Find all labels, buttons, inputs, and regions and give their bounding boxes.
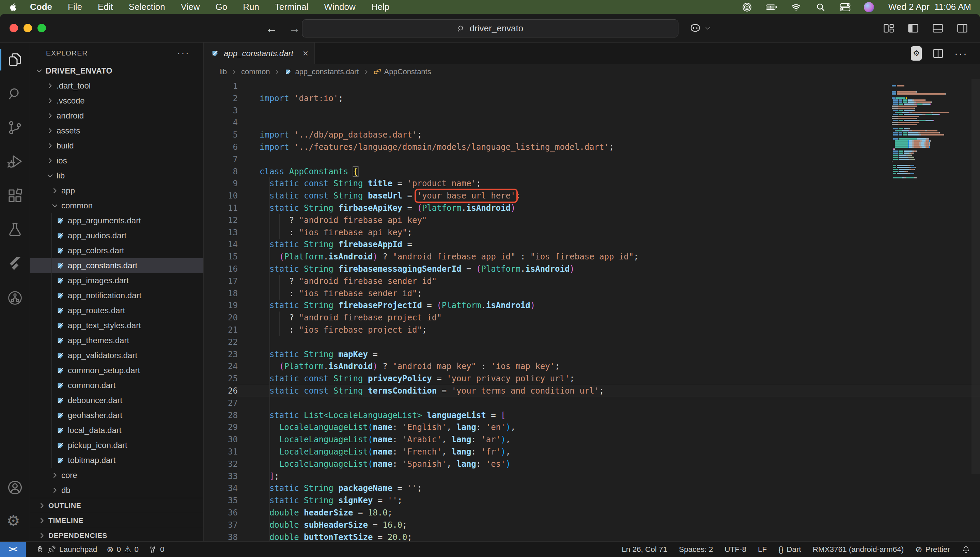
tree-item-geohasher.dart[interactable]: geohasher.dart: [30, 408, 203, 423]
code-line-29[interactable]: LocaleLanguageList(name: 'English', lang…: [259, 421, 878, 433]
tree-item-common_setup.dart[interactable]: common_setup.dart: [30, 363, 203, 378]
activity-search-icon[interactable]: [0, 77, 30, 111]
code-line-22[interactable]: [259, 336, 878, 348]
activity-settings-gear-icon[interactable]: ⚙: [0, 505, 30, 539]
code-line-15[interactable]: (Platform.isAndroid) ? "android firebase…: [259, 251, 878, 263]
minimap[interactable]: [892, 83, 972, 179]
tree-item-db[interactable]: db: [30, 483, 203, 498]
back-icon[interactable]: ←: [266, 22, 277, 35]
menu-run[interactable]: Run: [243, 2, 259, 12]
close-window-button[interactable]: [10, 24, 18, 33]
status-formatter[interactable]: ⊘ Prettier: [915, 545, 950, 554]
code-line-21[interactable]: : "ios firebase project id";: [259, 324, 878, 336]
activity-source-control-icon[interactable]: [0, 111, 30, 145]
control-center-icon[interactable]: [839, 2, 851, 12]
activity-run-debug-icon[interactable]: [0, 145, 30, 179]
menu-code[interactable]: Code: [30, 2, 52, 12]
tree-item-app_images.dart[interactable]: app_images.dart: [30, 273, 203, 288]
section-dependencies[interactable]: DEPENDENCIES: [30, 528, 203, 541]
code-line-14[interactable]: static String firebaseAppId =: [259, 238, 878, 251]
menu-selection[interactable]: Selection: [129, 2, 165, 12]
apple-icon[interactable]: [9, 2, 18, 12]
menu-bar-clock[interactable]: Wed 2 Apr 11:06 AM: [889, 2, 971, 12]
code-line-30[interactable]: LocaleLanguageList(name: 'Arabic', lang:…: [259, 433, 878, 446]
activity-project-icon[interactable]: [0, 281, 30, 315]
menu-terminal[interactable]: Terminal: [275, 2, 308, 12]
code-line-10[interactable]: static const String baseUrl = 'your base…: [259, 190, 878, 202]
code-line-33[interactable]: ];: [259, 470, 878, 482]
status-ports[interactable]: 0: [148, 545, 165, 554]
code-line-16[interactable]: static String firebasemessagingSenderId …: [259, 263, 878, 275]
code-editor[interactable]: 1234567891011121314151617181920212223242…: [204, 79, 980, 541]
command-center-search[interactable]: driver_envato: [302, 20, 678, 37]
tree-item-build[interactable]: build: [30, 138, 203, 153]
code-line-32[interactable]: LocaleLanguageList(name: 'Spanish', lang…: [259, 458, 878, 470]
tree-item-debouncer.dart[interactable]: debouncer.dart: [30, 393, 203, 408]
code-line-18[interactable]: : "ios firebase sender id";: [259, 287, 878, 300]
screen-mirroring-icon[interactable]: [741, 2, 753, 12]
tree-item-local_data.dart[interactable]: local_data.dart: [30, 423, 203, 438]
tree-item-assets[interactable]: assets: [30, 123, 203, 138]
activity-flutter-icon[interactable]: [0, 247, 30, 281]
code-line-37[interactable]: double subHeaderSize = 16.0;: [259, 519, 878, 531]
code-line-19[interactable]: static String firebaseProjectId = (Platf…: [259, 299, 878, 311]
wifi-icon[interactable]: [790, 2, 802, 12]
tree-item-app_audios.dart[interactable]: app_audios.dart: [30, 228, 203, 243]
code-line-1[interactable]: [259, 80, 878, 92]
activity-extensions-icon[interactable]: [0, 179, 30, 213]
code-line-13[interactable]: : "ios firebase api key";: [259, 226, 878, 239]
code-line-24[interactable]: (Platform.isAndroid) ? "android map key"…: [259, 360, 878, 373]
zoom-window-button[interactable]: [38, 24, 46, 33]
minimize-window-button[interactable]: [23, 24, 32, 33]
code-line-28[interactable]: static List<LocaleLanguageList> language…: [259, 409, 878, 422]
status-eol[interactable]: LF: [758, 545, 767, 554]
status-indentation[interactable]: Spaces: 2: [679, 545, 713, 554]
breadcrumb-common[interactable]: common: [241, 67, 270, 76]
tree-item-.dart_tool[interactable]: .dart_tool: [30, 78, 203, 93]
code-line-20[interactable]: ? "android firebase project id": [259, 311, 878, 324]
breadcrumb-app_constants.dart[interactable]: app_constants.dart: [284, 67, 359, 76]
activity-explorer-icon[interactable]: [0, 42, 30, 77]
toggle-sidebar-icon[interactable]: [907, 22, 920, 34]
tree-item-pickup_icon.dart[interactable]: pickup_icon.dart: [30, 438, 203, 453]
toggle-panel-icon[interactable]: [932, 22, 944, 34]
code-line-35[interactable]: static String signKey = '';: [259, 494, 878, 507]
code-line-6[interactable]: import '../features/language/domain/mode…: [259, 141, 878, 153]
menu-edit[interactable]: Edit: [98, 2, 113, 12]
code-line-26[interactable]: static const String termsCondition = 'yo…: [259, 385, 878, 397]
code-line-11[interactable]: static String firbaseApiKey = (Platform.…: [259, 202, 878, 214]
remote-indicator[interactable]: ><: [0, 542, 26, 557]
tree-item-app_routes.dart[interactable]: app_routes.dart: [30, 303, 203, 318]
code-line-34[interactable]: static String packageName = '';: [259, 482, 878, 494]
status-encoding[interactable]: UTF-8: [724, 545, 746, 554]
section-outline[interactable]: OUTLINE: [30, 498, 203, 513]
code-line-12[interactable]: ? "android firebase api key": [259, 214, 878, 226]
code-line-2[interactable]: import 'dart:io';: [259, 92, 878, 104]
section-timeline[interactable]: TIMELINE: [30, 513, 203, 528]
tree-item-core[interactable]: core: [30, 468, 203, 483]
tree-item-common[interactable]: common: [30, 198, 203, 213]
code-line-25[interactable]: static const String privacyPolicy = 'you…: [259, 373, 878, 385]
code-line-17[interactable]: ? "android firebase sender id": [259, 275, 878, 287]
tree-item-app_colors.dart[interactable]: app_colors.dart: [30, 243, 203, 258]
tree-item-app_constants.dart[interactable]: app_constants.dart: [30, 258, 203, 273]
run-on-device-icon[interactable]: ⚙: [911, 46, 922, 60]
copilot-menu[interactable]: [689, 14, 711, 42]
code-line-27[interactable]: [259, 397, 878, 409]
tree-item-app_notification.dart[interactable]: app_notification.dart: [30, 288, 203, 303]
code-line-38[interactable]: double buttonTextSize = 20.0;: [259, 531, 878, 541]
code-line-9[interactable]: static const String title = 'product nam…: [259, 178, 878, 190]
menu-go[interactable]: Go: [215, 2, 228, 12]
menu-file[interactable]: File: [68, 2, 82, 12]
activity-testing-icon[interactable]: [0, 213, 30, 247]
tree-item-android[interactable]: android: [30, 108, 203, 123]
tree-item-driver_envato[interactable]: DRIVER_ENVATO: [30, 64, 203, 78]
tree-item-app_validators.dart[interactable]: app_validators.dart: [30, 348, 203, 363]
activity-accounts-icon[interactable]: [0, 471, 30, 505]
tree-item-app_themes.dart[interactable]: app_themes.dart: [30, 333, 203, 348]
breadcrumb-appconstants[interactable]: AppConstants: [373, 67, 431, 76]
code-line-4[interactable]: [259, 116, 878, 129]
code-line-31[interactable]: LocaleLanguageList(name: 'French', lang:…: [259, 446, 878, 458]
status-problems[interactable]: ⊗ 0 ⚠ 0: [107, 545, 139, 554]
split-editor-icon[interactable]: [932, 47, 944, 60]
